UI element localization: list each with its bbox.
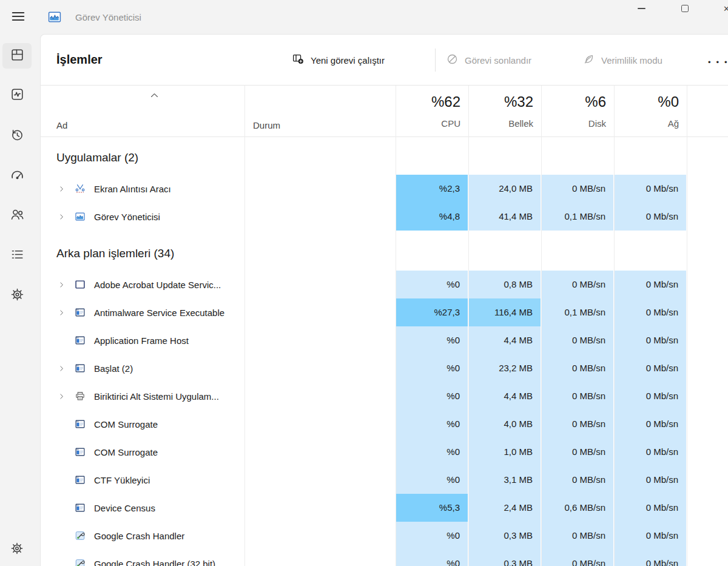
minimize-button[interactable] [629,0,653,17]
status-cell [244,203,396,231]
more-dots-icon: ••• [708,58,728,67]
efficiency-mode-button[interactable]: Verimlilik modu [582,49,662,72]
process-name-cell: Görev Yöneticisi [41,203,244,231]
app-window-icon [75,307,86,318]
chevron-spacer [58,503,67,513]
status-cell [244,382,396,410]
sidebar-item-performance[interactable] [2,83,32,108]
efficiency-mode-label: Verimlilik modu [601,55,662,66]
disk-cell: 0 MB/sn [542,271,613,298]
process-row[interactable]: Başlat (2)%023,2 MB0 MB/sn0 Mb/sn [41,354,728,382]
process-name: Biriktirici Alt Sistemi Uygulam... [94,391,219,402]
memory-cell: 0,8 MB [469,271,541,298]
app-window-icon [75,446,86,457]
network-label: Ağ [614,118,679,129]
expand-chevron-icon[interactable] [58,391,67,401]
sidebar-item-startup-apps[interactable] [2,163,32,189]
memory-cell: 4,0 MB [469,410,541,438]
expand-chevron-icon[interactable] [58,184,67,194]
process-row[interactable]: Google Crash Handler%00,3 MB0 MB/sn0 Mb/… [41,522,728,550]
expand-chevron-icon[interactable] [58,212,67,221]
run-new-task-button[interactable]: Yeni görevi çalıştır [292,49,385,72]
disk-cell: 0 MB/sn [542,410,613,438]
memory-cell: 3,1 MB [469,466,541,494]
process-row[interactable]: Device Census%5,32,4 MB0,6 MB/sn0 Mb/sn [41,494,728,522]
memory-cell: 41,4 MB [469,203,541,231]
process-row[interactable]: COM Surrogate%01,0 MB0 MB/sn0 Mb/sn [41,438,728,466]
end-task-button[interactable]: Görevi sonlandır [446,49,531,72]
expand-chevron-icon[interactable] [58,308,67,317]
process-row[interactable]: Adobe Acrobat Update Servic...%00,8 MB0 … [41,271,728,298]
group-header[interactable]: Uygulamalar (2) [41,141,728,175]
sidebar-item-details[interactable] [2,243,32,268]
cpu-cell: %0 [396,326,468,354]
network-cell: 0 Mb/sn [615,382,686,410]
startup-gauge-icon [10,167,25,184]
memory-cell: 0,3 MB [469,550,541,566]
sidebar-item-users[interactable] [2,203,32,228]
process-row[interactable]: Görev Yöneticisi%4,841,4 MB0,1 MB/sn0 Mb… [41,203,728,231]
sidebar-item-app-history[interactable] [2,123,32,149]
process-row[interactable]: CTF Yükleyici%03,1 MB0 MB/sn0 Mb/sn [41,466,728,494]
window-title: Görev Yöneticisi [75,12,141,22]
process-row[interactable]: COM Surrogate%04,0 MB0 MB/sn0 Mb/sn [41,410,728,438]
network-cell: 0 Mb/sn [615,494,686,522]
process-row[interactable]: Google Crash Handler (32 bit)%00,3 MB0 M… [41,550,728,566]
leaf-icon [582,53,595,67]
cpu-cell: %0 [396,438,468,466]
sidebar-item-services[interactable] [2,283,32,308]
cpu-cell: %0 [396,354,468,382]
process-name-cell: CTF Yükleyici [41,466,244,494]
process-name: CTF Yükleyici [94,475,150,485]
network-cell: 0 Mb/sn [615,550,686,566]
memory-cell: 23,2 MB [469,354,541,382]
sort-ascending-icon [149,90,160,103]
minimize-icon [638,8,645,9]
status-cell [244,271,396,298]
app-window-outline-icon [75,279,86,290]
process-list: Uygulamalar (2)Ekran Alıntısı Aracı%2,32… [41,137,728,566]
maximize-button[interactable] [673,0,697,17]
process-name-cell: Biriktirici Alt Sistemi Uygulam... [41,382,244,410]
expand-chevron-icon[interactable] [58,363,67,373]
process-name: COM Surrogate [94,419,158,430]
crash-handler-icon [75,530,86,541]
column-header-disk[interactable]: %6 Disk [541,86,614,136]
expand-chevron-icon[interactable] [58,280,67,289]
process-name: Google Crash Handler (32 bit) [94,559,215,566]
cpu-cell: %0 [396,550,468,566]
column-header-memory[interactable]: %32 Bellek [468,86,541,136]
sidebar-item-settings[interactable] [2,536,32,562]
sidebar-item-processes[interactable] [2,43,32,69]
column-header-cpu[interactable]: %62 CPU [396,86,468,136]
cpu-total: %62 [396,93,460,110]
history-icon [10,127,25,144]
disk-cell: 0 MB/sn [542,354,613,382]
toolbar: İşlemler Yeni görevi çalıştır Görevi son… [41,35,728,86]
maximize-icon [681,5,689,12]
disk-cell: 0 MB/sn [542,175,613,203]
group-header[interactable]: Arka plan işlemleri (34) [41,237,728,271]
chevron-spacer [58,559,67,566]
memory-cell: 2,4 MB [469,494,541,522]
column-header-name[interactable]: Ad [56,120,67,130]
app-window-icon [75,502,86,513]
network-cell: 0 Mb/sn [615,354,686,382]
process-row[interactable]: Antimalware Service Executable%27,3116,4… [41,298,728,326]
column-header-network[interactable]: %0 Ağ [614,86,687,136]
hamburger-menu-button[interactable] [6,8,30,26]
memory-cell: 24,0 MB [469,175,541,203]
status-cell [244,522,396,550]
process-row[interactable]: Ekran Alıntısı Aracı%2,324,0 MB0 MB/sn0 … [41,175,728,203]
process-row[interactable]: Biriktirici Alt Sistemi Uygulam...%04,4 … [41,382,728,410]
table-header: Ad Durum %62 CPU %32 Bellek %6 Disk %0 A… [41,86,728,137]
process-row[interactable]: Application Frame Host%04,4 MB0 MB/sn0 M… [41,326,728,354]
process-name: Application Frame Host [94,335,189,346]
process-name: Device Census [94,503,155,513]
close-button[interactable]: ✕ [724,0,728,17]
disk-cell: 0,6 MB/sn [542,494,613,522]
more-options-button[interactable]: ••• [708,50,728,73]
process-name: Görev Yöneticisi [94,212,160,222]
column-header-status[interactable]: Durum [253,120,280,130]
memory-cell: 0,3 MB [469,522,541,550]
